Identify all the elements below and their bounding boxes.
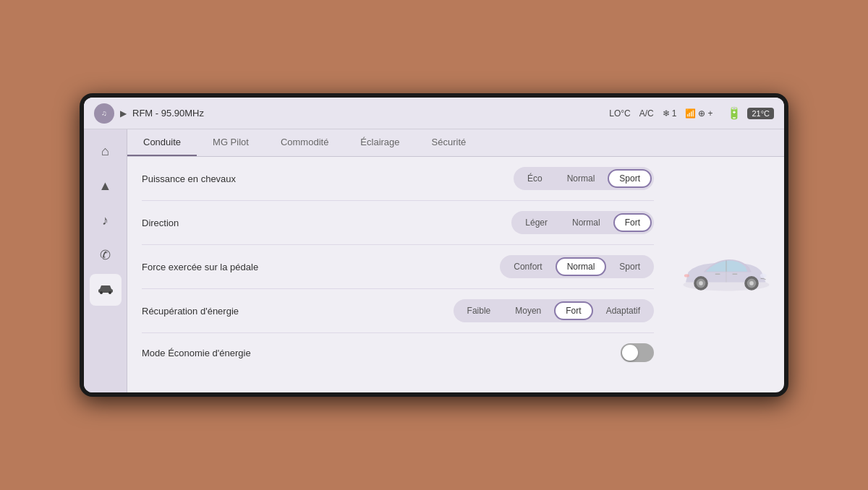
setting-controls-direction: Léger Normal Fort: [511, 211, 654, 234]
seg-recuperation-fort[interactable]: Fort: [554, 301, 592, 320]
sidebar-item-phone[interactable]: ✆: [90, 239, 122, 271]
status-bar-center: LO°C A/C ❄ 1 📶 ⊕ +: [609, 108, 712, 119]
setting-label-force: Force exercée sur la pédale: [142, 262, 286, 272]
seg-recuperation-moyen[interactable]: Moyen: [503, 301, 553, 320]
setting-controls-force: Confort Normal Sport: [500, 255, 654, 278]
setting-label-recuperation: Récupération d'énergie: [142, 306, 286, 317]
setting-label-direction: Direction: [142, 218, 286, 228]
status-bar: ♫ ▶ RFM - 95.90MHz LO°C A/C ❄ 1 📶 ⊕: [84, 98, 784, 129]
tab-bar: Conduite MG Pilot Commodité Éclairage Sé…: [127, 129, 784, 157]
setting-controls-recuperation: Faible Moyen Fort Adaptati: [454, 299, 654, 322]
tab-eclairage[interactable]: Éclairage: [344, 129, 415, 156]
seg-force-sport[interactable]: Sport: [608, 257, 652, 276]
sidebar-item-navigation[interactable]: ▲: [90, 170, 122, 202]
add-icon[interactable]: +: [707, 108, 712, 119]
content-panel: Conduite MG Pilot Commodité Éclairage Sé…: [127, 129, 784, 392]
toggle-knob: [622, 345, 638, 361]
sidebar-item-home[interactable]: ⌂: [90, 135, 122, 167]
tab-commodite[interactable]: Commodité: [265, 129, 344, 156]
battery-icon: 🔋: [727, 106, 741, 120]
wifi-icon: 📶: [685, 108, 696, 119]
setting-controls-mode-economie: [621, 343, 654, 362]
radio-icon: ♫: [94, 103, 114, 124]
battery-temp: 21°C: [747, 108, 774, 119]
svg-point-1: [100, 291, 103, 294]
ac-display: A/C: [639, 108, 654, 119]
seg-direction-normal[interactable]: Normal: [561, 213, 612, 232]
status-bar-right: 🔋 21°C: [727, 106, 774, 120]
setting-label-puissance: Puissance en chevaux: [142, 173, 286, 184]
ac-label: A/C: [639, 108, 654, 119]
radio-station-label: RFM - 95.90MHz: [132, 108, 204, 119]
media-icon: ♪: [102, 213, 109, 228]
seg-force-confort[interactable]: Confort: [502, 257, 553, 276]
svg-point-11: [749, 281, 754, 285]
setting-row-direction: Direction Léger Normal: [142, 201, 654, 245]
seg-recuperation-adaptatif[interactable]: Adaptatif: [595, 301, 652, 320]
screen-bezel: ♫ ▶ RFM - 95.90MHz LO°C A/C ❄ 1 📶 ⊕: [80, 93, 788, 397]
svg-point-2: [109, 291, 111, 294]
seg-direction-fort[interactable]: Fort: [613, 213, 652, 232]
seg-puissance-normal[interactable]: Normal: [556, 169, 607, 188]
segmented-direction: Léger Normal Fort: [511, 211, 654, 234]
fan-speed: 1: [672, 108, 677, 119]
svg-point-13: [684, 274, 689, 277]
sidebar: ⌂ ▲ ♪ ✆: [84, 129, 127, 392]
sidebar-item-car[interactable]: [90, 274, 122, 306]
sidebar-item-media[interactable]: ♪: [90, 205, 122, 236]
status-bar-left: ♫ ▶ RFM - 95.90MHz: [94, 103, 204, 124]
radio-symbol: ♫: [101, 109, 107, 117]
toggle-mode-economie[interactable]: [621, 343, 654, 362]
svg-rect-15: [732, 274, 737, 275]
bluetooth-icon: ⊕: [698, 108, 705, 119]
segmented-recuperation: Faible Moyen Fort Adaptati: [454, 299, 654, 322]
seg-puissance-sport[interactable]: Sport: [608, 169, 652, 188]
tab-mgpilot[interactable]: MG Pilot: [197, 129, 265, 156]
car-preview: [668, 157, 784, 392]
svg-point-8: [699, 281, 703, 285]
phone-icon: ✆: [100, 247, 111, 263]
navigation-icon: ▲: [99, 179, 112, 194]
status-icons: 📶 ⊕ +: [685, 108, 712, 119]
fan-icon: ❄: [663, 108, 670, 119]
seg-recuperation-faible[interactable]: Faible: [456, 301, 503, 320]
setting-label-mode-economie: Mode Économie d'énergie: [142, 348, 286, 358]
home-icon: ⌂: [101, 144, 109, 159]
settings-content: Puissance en chevaux Éco Normal: [127, 157, 668, 392]
setting-row-force: Force exercée sur la pédale Confort Norm…: [142, 245, 654, 289]
tab-securite[interactable]: Sécurité: [416, 129, 482, 156]
segmented-puissance: Éco Normal Sport: [514, 167, 654, 190]
car-icon: [98, 283, 114, 298]
segmented-force: Confort Normal Sport: [500, 255, 654, 278]
svg-rect-14: [715, 274, 720, 275]
main-area: ⌂ ▲ ♪ ✆: [84, 129, 784, 392]
setting-row-recuperation: Récupération d'énergie Faible Moyen: [142, 289, 654, 333]
tab-conduite[interactable]: Conduite: [127, 129, 197, 156]
seg-puissance-eco[interactable]: Éco: [516, 169, 554, 188]
car-image: [676, 249, 777, 300]
seg-direction-leger[interactable]: Léger: [514, 213, 559, 232]
temp-display: LO°C: [609, 108, 630, 119]
fan-display: ❄ 1: [663, 108, 677, 119]
play-button[interactable]: ▶: [120, 108, 127, 119]
seg-force-normal[interactable]: Normal: [556, 257, 607, 276]
temp-value: LO°C: [609, 108, 630, 119]
setting-controls-puissance: Éco Normal Sport: [514, 167, 654, 190]
setting-row-mode-economie: Mode Économie d'énergie: [142, 333, 654, 372]
svg-point-12: [760, 274, 766, 278]
setting-row-puissance: Puissance en chevaux Éco Normal: [142, 157, 654, 201]
screen: ♫ ▶ RFM - 95.90MHz LO°C A/C ❄ 1 📶 ⊕: [84, 98, 784, 392]
